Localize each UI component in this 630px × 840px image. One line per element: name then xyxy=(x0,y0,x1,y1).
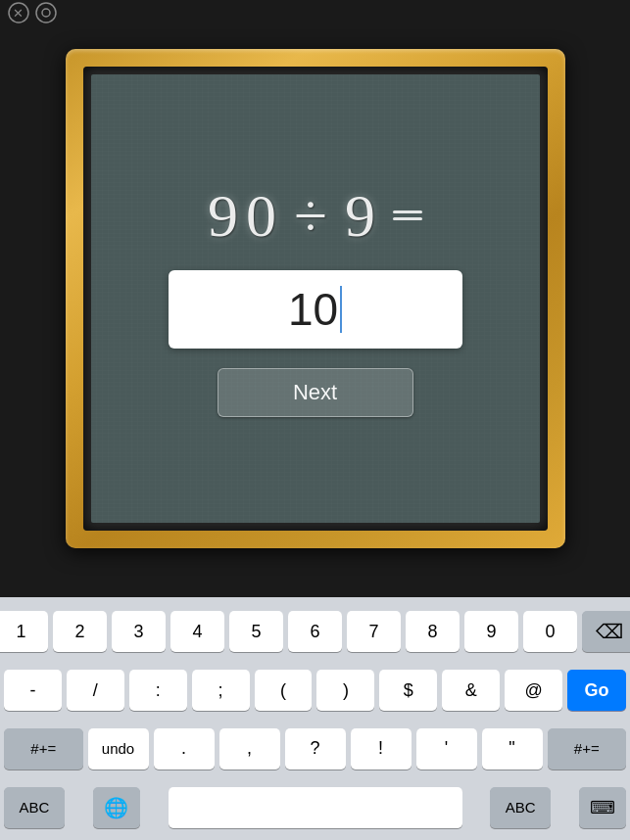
go-button[interactable]: Go xyxy=(567,670,626,711)
key-exclaim[interactable]: ! xyxy=(351,728,412,770)
equals-sign xyxy=(393,210,422,220)
operator: ÷ xyxy=(294,181,335,251)
key-6[interactable]: 6 xyxy=(288,611,342,652)
math-equation: 90 ÷ 9 xyxy=(208,181,422,251)
chalkboard-frame: 90 ÷ 9 10 Next xyxy=(66,49,565,548)
key-abc2[interactable]: ABC xyxy=(490,787,551,828)
svg-point-3 xyxy=(42,9,50,17)
key-minus[interactable]: - xyxy=(4,670,62,711)
key-open-paren[interactable]: ( xyxy=(255,670,313,711)
answer-value: 10 xyxy=(288,283,338,336)
backspace-key[interactable]: ⌫ xyxy=(582,611,630,652)
operand2: 9 xyxy=(345,181,383,251)
keyboard: 1 2 3 4 5 6 7 8 9 0 ⌫ - / : ; ( ) $ & @ … xyxy=(0,597,630,840)
settings-icon[interactable] xyxy=(35,2,57,23)
key-abc[interactable]: ABC xyxy=(4,787,65,828)
key-dollar[interactable]: $ xyxy=(379,670,437,711)
key-0[interactable]: 0 xyxy=(523,611,577,652)
key-4[interactable]: 4 xyxy=(170,611,224,652)
key-hashplus2[interactable]: #+= xyxy=(548,728,627,770)
key-at[interactable]: @ xyxy=(505,670,562,711)
key-period[interactable]: . xyxy=(154,728,215,770)
answer-display: 10 xyxy=(288,283,342,336)
next-button[interactable]: Next xyxy=(218,368,413,417)
key-2[interactable]: 2 xyxy=(53,611,107,652)
key-quote[interactable]: " xyxy=(482,728,543,770)
globe-key[interactable]: 🌐 xyxy=(93,787,140,828)
back-icon[interactable]: ✕ xyxy=(8,2,29,23)
key-8[interactable]: 8 xyxy=(406,611,460,652)
keyboard-row-symbols: - / : ; ( ) $ & @ Go xyxy=(4,664,626,718)
space-key[interactable] xyxy=(169,787,462,828)
keyboard-row-bottom: ABC 🌐 ABC ⌨ xyxy=(4,780,626,834)
key-7[interactable]: 7 xyxy=(347,611,401,652)
frame-inner: 90 ÷ 9 10 Next xyxy=(83,67,548,531)
keyboard-icon-key[interactable]: ⌨ xyxy=(579,787,626,828)
key-slash[interactable]: / xyxy=(67,670,124,711)
answer-input-container[interactable]: 10 xyxy=(169,270,462,349)
svg-text:✕: ✕ xyxy=(13,6,24,21)
key-comma[interactable]: , xyxy=(219,728,280,770)
key-colon[interactable]: : xyxy=(129,670,187,711)
key-semicolon[interactable]: ; xyxy=(192,670,250,711)
operand1: 90 xyxy=(208,181,284,251)
key-hashplus[interactable]: #+= xyxy=(4,728,83,770)
keyboard-row-numbers: 1 2 3 4 5 6 7 8 9 0 ⌫ xyxy=(4,605,626,659)
key-close-paren[interactable]: ) xyxy=(316,670,374,711)
key-undo[interactable]: undo xyxy=(88,728,149,770)
svg-point-2 xyxy=(36,3,56,23)
key-apostrophe[interactable]: ' xyxy=(416,728,477,770)
key-9[interactable]: 9 xyxy=(464,611,518,652)
key-3[interactable]: 3 xyxy=(112,611,166,652)
key-5[interactable]: 5 xyxy=(229,611,283,652)
key-1[interactable]: 1 xyxy=(0,611,48,652)
keyboard-row-more: #+= undo . , ? ! ' " #+= xyxy=(4,723,626,776)
chalkboard: 90 ÷ 9 10 Next xyxy=(91,74,540,523)
text-cursor xyxy=(340,286,342,333)
key-question[interactable]: ? xyxy=(285,728,346,770)
key-ampersand[interactable]: & xyxy=(442,670,500,711)
